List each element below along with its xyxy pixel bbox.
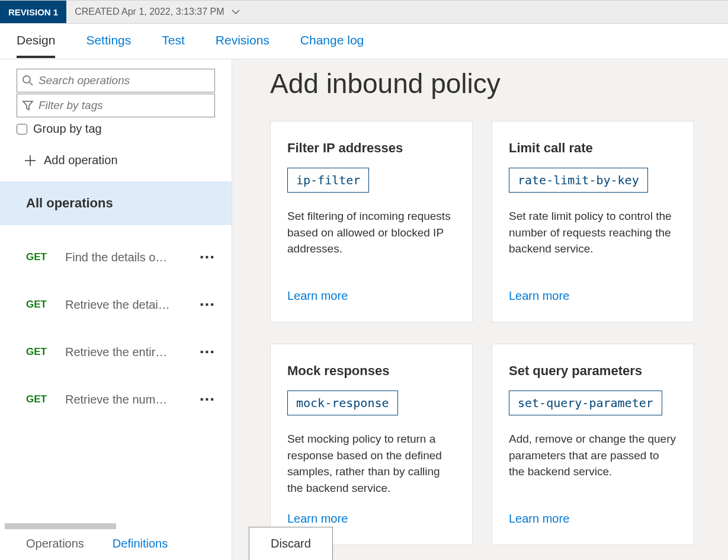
page-title: Add inbound policy xyxy=(270,68,690,100)
svg-point-0 xyxy=(23,76,30,83)
discard-button[interactable]: Discard xyxy=(249,527,333,560)
card-description: Set mocking policy to return a response … xyxy=(287,431,456,505)
bottom-tab-definitions[interactable]: Definitions xyxy=(113,537,168,551)
bottom-tab-operations[interactable]: Operations xyxy=(26,537,84,551)
card-title: Mock responses xyxy=(287,363,456,379)
card-learn-more-link[interactable]: Learn more xyxy=(509,289,677,303)
filter-icon xyxy=(22,100,34,111)
operation-name: Retrieve the detai… xyxy=(65,298,184,312)
operations-list: GET Find the details o… ··· GET Retrieve… xyxy=(0,225,232,431)
operation-method: GET xyxy=(26,346,50,358)
add-operation-button[interactable]: Add operation xyxy=(0,139,232,181)
main-content: Add inbound policy Filter IP addresses i… xyxy=(232,59,728,560)
policy-card-mock-response[interactable]: Mock responses mock-response Set mocking… xyxy=(270,344,473,545)
card-tag: ip-filter xyxy=(287,168,369,193)
card-title: Limit call rate xyxy=(509,140,677,156)
policy-cards: Filter IP addresses ip-filter Set filter… xyxy=(270,121,690,545)
card-description: Set rate limit policy to control the num… xyxy=(509,208,677,282)
operation-name: Retrieve the num… xyxy=(65,393,184,407)
search-operations-input[interactable] xyxy=(39,74,210,87)
operation-menu-icon[interactable]: ··· xyxy=(200,343,215,361)
nav-tabs: Design Settings Test Revisions Change lo… xyxy=(0,24,728,59)
operation-menu-icon[interactable]: ··· xyxy=(200,390,215,409)
policy-card-ip-filter[interactable]: Filter IP addresses ip-filter Set filter… xyxy=(270,121,473,322)
operation-row[interactable]: GET Retrieve the entir… ··· xyxy=(0,328,232,376)
group-by-tag-checkbox[interactable] xyxy=(17,124,27,135)
plus-icon xyxy=(24,154,37,167)
policy-card-rate-limit[interactable]: Limit call rate rate-limit-by-key Set ra… xyxy=(492,121,694,322)
tab-change-log[interactable]: Change log xyxy=(300,25,364,58)
search-icon xyxy=(22,75,34,87)
card-title: Filter IP addresses xyxy=(287,140,456,156)
chevron-down-icon xyxy=(231,7,240,17)
discard-container: Discard xyxy=(249,527,333,560)
card-learn-more-link[interactable]: Learn more xyxy=(287,289,456,303)
search-operations-container xyxy=(17,69,215,92)
operation-name: Find the details o… xyxy=(65,251,184,264)
operations-sidebar: Group by tag Add operation All operation… xyxy=(0,59,232,560)
all-operations-item[interactable]: All operations xyxy=(0,181,232,225)
operation-row[interactable]: GET Retrieve the detai… ··· xyxy=(0,281,232,328)
card-tag: set-query-parameter xyxy=(509,391,662,415)
card-title: Set query parameters xyxy=(509,363,677,379)
operation-method: GET xyxy=(26,299,50,311)
revision-created-text: CREATED Apr 1, 2022, 3:13:37 PM xyxy=(75,7,224,17)
revision-bar: REVISION 1 CREATED Apr 1, 2022, 3:13:37 … xyxy=(0,0,728,24)
group-by-tag-row[interactable]: Group by tag xyxy=(17,122,215,136)
tab-revisions[interactable]: Revisions xyxy=(216,25,270,58)
tab-settings[interactable]: Settings xyxy=(86,25,131,58)
revision-created[interactable]: CREATED Apr 1, 2022, 3:13:37 PM xyxy=(75,7,240,17)
card-description: Add, remove or change the query paramete… xyxy=(509,431,677,505)
card-tag: mock-response xyxy=(287,391,398,415)
card-learn-more-link[interactable]: Learn more xyxy=(287,512,456,526)
svg-line-1 xyxy=(30,82,33,85)
operation-name: Retrieve the entir… xyxy=(65,345,184,359)
operation-method: GET xyxy=(26,393,50,405)
filter-tags-container xyxy=(17,94,215,117)
tab-design[interactable]: Design xyxy=(17,25,55,58)
card-tag: rate-limit-by-key xyxy=(509,168,648,193)
filter-tags-input[interactable] xyxy=(39,99,210,112)
sidebar-bottom-tabs: Operations Definitions xyxy=(0,527,232,560)
operation-row[interactable]: GET Find the details o… ··· xyxy=(0,233,232,281)
operation-menu-icon[interactable]: ··· xyxy=(200,248,215,267)
operation-method: GET xyxy=(26,251,50,263)
add-operation-label: Add operation xyxy=(44,153,118,167)
card-learn-more-link[interactable]: Learn more xyxy=(509,512,677,526)
tab-test[interactable]: Test xyxy=(162,25,185,58)
operation-row[interactable]: GET Retrieve the num… ··· xyxy=(0,376,232,423)
policy-card-set-query-parameter[interactable]: Set query parameters set-query-parameter… xyxy=(492,344,694,545)
revision-badge: REVISION 1 xyxy=(0,1,66,23)
card-description: Set filtering of incoming requests based… xyxy=(287,208,456,282)
operation-menu-icon[interactable]: ··· xyxy=(200,295,215,314)
group-by-tag-label: Group by tag xyxy=(33,122,102,136)
